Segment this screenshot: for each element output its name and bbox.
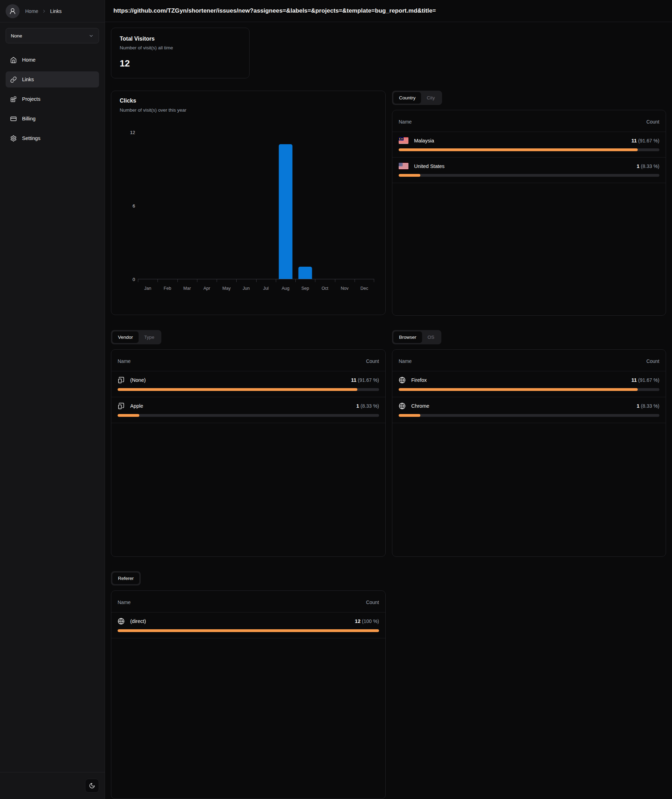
- chart-y-axis: 12 6 0: [120, 91, 135, 315]
- column-count: Count: [646, 358, 659, 364]
- y-tick-label: 0: [133, 277, 135, 282]
- blocks-icon: [10, 96, 17, 102]
- chevron-right-icon: [42, 9, 46, 14]
- sidebar-item-label: Settings: [22, 136, 40, 141]
- clicks-chart-card: Clicks Number of visit(s) over this year…: [111, 91, 386, 315]
- us-flag-icon: [398, 163, 408, 169]
- total-visitors-subtitle: Number of visit(s) all time: [120, 45, 241, 50]
- x-tick-label: Feb: [157, 286, 177, 291]
- table-row: Chrome 1(8.33 %): [392, 397, 666, 423]
- x-tick-label: Nov: [335, 286, 355, 291]
- user-icon: [9, 8, 16, 15]
- chart-slot: [295, 132, 315, 279]
- x-tick-label: Mar: [178, 286, 197, 291]
- main: https://github.com/TZGyn/shortener/issue…: [105, 0, 672, 799]
- column-name: Name: [118, 358, 131, 364]
- row-progress-track: [398, 388, 659, 391]
- sidebar: Home Links None Home Links: [0, 0, 105, 799]
- malaysia-flag-icon: [398, 137, 408, 144]
- total-visitors-value: 12: [120, 58, 241, 69]
- row-name: (direct): [130, 618, 146, 624]
- row-percent: (91.67 %): [358, 377, 379, 383]
- row-progress-track: [398, 174, 659, 177]
- tab-country[interactable]: Country: [394, 92, 421, 104]
- smartphone-icon: [118, 403, 125, 409]
- row-percent: (91.67 %): [638, 377, 659, 383]
- y-tick-label: 12: [130, 130, 135, 135]
- table-row: Firefox 11(91.67 %): [392, 371, 666, 397]
- table-header: Name Count: [111, 591, 386, 612]
- tab-os[interactable]: OS: [422, 331, 440, 343]
- sidebar-item-projects[interactable]: Projects: [6, 91, 99, 107]
- column-name: Name: [118, 599, 131, 605]
- breadcrumb-current[interactable]: Links: [50, 8, 62, 14]
- tab-browser[interactable]: Browser: [394, 331, 422, 343]
- table-header: Name Count: [111, 350, 386, 371]
- chart-slot: [217, 132, 236, 279]
- tab-vendor[interactable]: Vendor: [112, 331, 139, 343]
- row-name: Firefox: [411, 377, 427, 383]
- country-table: Name Count: [392, 110, 666, 316]
- row-name: Apple: [130, 403, 143, 409]
- row-count: 11: [631, 377, 637, 383]
- tab-city[interactable]: City: [421, 92, 440, 104]
- tab-referer[interactable]: Referer: [112, 572, 139, 584]
- globe-icon: [398, 403, 406, 409]
- x-tick-label: Jun: [236, 286, 256, 291]
- row-progress-bar: [118, 629, 379, 632]
- chart-bar: [299, 267, 312, 279]
- sidebar-nav: Home Links Projects Billing Settings: [6, 52, 99, 146]
- chart-slot: [315, 132, 334, 279]
- row-progress-bar: [118, 388, 357, 391]
- table-header: Name Count: [392, 350, 666, 371]
- vendor-type-tabs: Vendor Type: [111, 330, 162, 344]
- x-tick-label: Oct: [315, 286, 334, 291]
- sidebar-item-links[interactable]: Links: [6, 71, 99, 88]
- row-count: 11: [351, 377, 356, 383]
- chart-slot: [236, 132, 256, 279]
- theme-toggle-button[interactable]: [85, 779, 99, 793]
- chart-bar: [278, 144, 292, 279]
- total-visitors-title: Total Visitors: [120, 36, 241, 42]
- row-progress-track: [118, 388, 379, 391]
- chart-slot: [197, 132, 217, 279]
- row-progress-track: [118, 629, 379, 632]
- moon-icon: [89, 783, 95, 789]
- column-count: Count: [646, 119, 659, 125]
- gear-icon: [10, 135, 17, 142]
- breadcrumb: Home Links: [25, 8, 62, 14]
- y-tick-label: 6: [133, 203, 135, 209]
- country-section: Country City Name Count: [392, 91, 666, 316]
- table-row: Malaysia 11(91.67 %): [392, 132, 666, 158]
- row-name: (None): [130, 377, 146, 383]
- sidebar-header: Home Links: [0, 0, 105, 22]
- sidebar-item-label: Projects: [22, 96, 40, 102]
- sidebar-item-label: Links: [22, 77, 34, 82]
- row-percent: (100 %): [362, 618, 379, 624]
- page-title-url: https://github.com/TZGyn/shortener/issue…: [114, 7, 436, 14]
- sidebar-item-settings[interactable]: Settings: [6, 130, 99, 146]
- sidebar-item-billing[interactable]: Billing: [6, 110, 99, 127]
- project-select[interactable]: None: [6, 28, 99, 43]
- chart-slot: [355, 132, 374, 279]
- sidebar-item-home[interactable]: Home: [6, 52, 99, 68]
- table-row: United States 1(8.33 %): [392, 158, 666, 183]
- column-count: Count: [366, 358, 379, 364]
- x-tick-label: Dec: [355, 286, 374, 291]
- row-percent: (8.33 %): [641, 163, 659, 169]
- breadcrumb-home[interactable]: Home: [25, 8, 38, 14]
- row-count: 11: [631, 138, 637, 144]
- credit-card-icon: [10, 115, 17, 122]
- app-root: Home Links None Home Links: [0, 0, 672, 799]
- sidebar-footer: [0, 772, 105, 799]
- x-tick-label: Sep: [295, 286, 315, 291]
- tab-type[interactable]: Type: [139, 331, 160, 343]
- sidebar-body: None Home Links Projects Billi: [0, 22, 105, 772]
- browser-section: Browser OS Name Count Firefox: [392, 330, 666, 557]
- row-name: Chrome: [411, 403, 429, 409]
- sidebar-item-label: Home: [22, 57, 36, 62]
- referer-table: Name Count (direct) 12(100 %): [111, 590, 386, 799]
- total-visitors-card: Total Visitors Number of visit(s) all ti…: [111, 28, 250, 78]
- chart-slot: [178, 132, 197, 279]
- avatar[interactable]: [6, 4, 19, 18]
